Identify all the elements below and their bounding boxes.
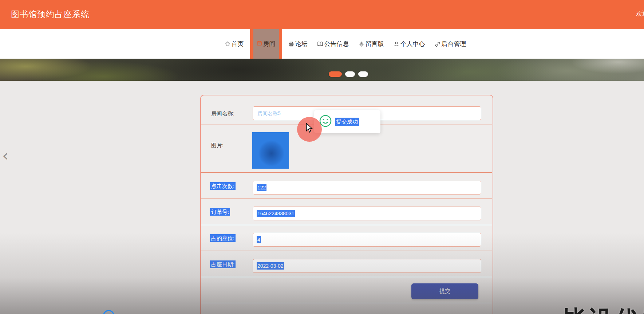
- chat-widget-circle: [103, 310, 114, 314]
- divider: [201, 199, 492, 199]
- carousel-dot[interactable]: [329, 71, 342, 77]
- carousel-dot[interactable]: [345, 71, 355, 77]
- order-number-label: 订单号:: [210, 208, 230, 216]
- divider: [201, 277, 492, 277]
- nav-item-forum[interactable]: 论坛: [284, 29, 312, 59]
- divider: [201, 303, 492, 303]
- nav-bar: 首页 房间 论坛 公告信息 留言版: [0, 29, 644, 59]
- date-input[interactable]: 2022-03-02: [253, 259, 481, 273]
- link-icon: [435, 41, 440, 47]
- submit-button[interactable]: 提交: [411, 283, 478, 299]
- nav-item-label: 后台管理: [442, 40, 466, 48]
- clicks-input[interactable]: 122: [253, 181, 481, 195]
- nav-item-admin[interactable]: 后台管理: [430, 29, 471, 59]
- nav-menu: 首页 房间 论坛 公告信息 留言版: [220, 29, 471, 59]
- image-label: 图片:: [211, 142, 224, 149]
- nav-item-home[interactable]: 首页: [220, 29, 249, 59]
- divider: [201, 172, 492, 173]
- person-icon: [394, 41, 399, 47]
- clicks-label: 点击次数:: [210, 182, 236, 190]
- seat-label: 占的座位:: [210, 234, 236, 242]
- cursor-pointer-icon: [305, 123, 314, 134]
- success-toast: 提交成功: [314, 110, 380, 133]
- nav-item-rooms[interactable]: 房间: [250, 29, 282, 59]
- carousel-prev-arrow[interactable]: ‹: [2, 148, 9, 164]
- carousel-dot[interactable]: [358, 71, 368, 77]
- date-label: 占座日期:: [210, 260, 236, 268]
- date-value: 2022-03-02: [257, 262, 284, 270]
- header-bar: 图书馆预约占座系统 欢迎: [0, 0, 644, 29]
- toast-message: 提交成功: [335, 118, 359, 126]
- clicks-value: 122: [257, 184, 266, 191]
- nav-item-label: 个人中心: [400, 40, 425, 48]
- nav-item-label: 首页: [232, 40, 244, 48]
- nav-item-label: 论坛: [295, 40, 308, 48]
- order-number-value: 1646224838031: [257, 210, 295, 217]
- app-title: 图书馆预约占座系统: [11, 9, 90, 20]
- home-icon: [225, 41, 230, 47]
- printer-icon: [288, 41, 294, 47]
- book-icon: [317, 41, 323, 47]
- carousel-dots: [329, 71, 368, 77]
- seat-input[interactable]: 4: [253, 233, 481, 247]
- order-number-input[interactable]: 1646224838031: [253, 207, 481, 220]
- nav-item-label: 留言版: [366, 40, 384, 48]
- gear-icon: [359, 41, 364, 47]
- banner-image: [0, 59, 644, 81]
- divider: [201, 225, 492, 225]
- image-preview[interactable]: [252, 132, 289, 169]
- nav-item-profile[interactable]: 个人中心: [389, 29, 430, 59]
- nav-item-label: 房间: [263, 40, 276, 48]
- welcome-text: 欢迎: [636, 9, 644, 18]
- nav-item-announcements[interactable]: 公告信息: [312, 29, 354, 59]
- seat-value: 4: [257, 236, 261, 243]
- divider: [201, 251, 492, 251]
- nav-item-label: 公告信息: [324, 40, 349, 48]
- nav-item-rooms-pill: 房间: [253, 29, 279, 59]
- nav-item-messageboard[interactable]: 留言版: [354, 29, 389, 59]
- calendar-icon: [257, 40, 262, 48]
- watermark-text: 毕设代做: [562, 303, 644, 314]
- room-name-label: 房间名称:: [211, 110, 234, 117]
